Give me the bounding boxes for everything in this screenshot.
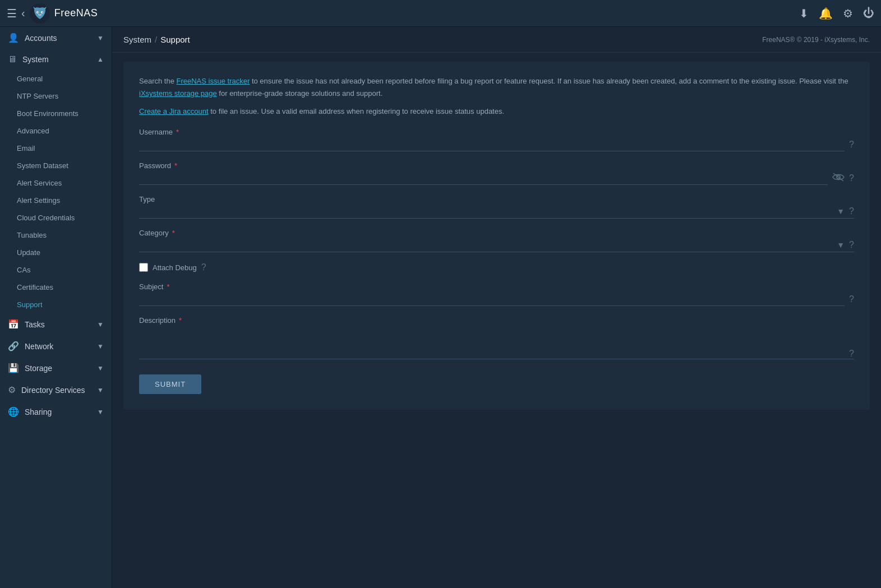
accounts-arrow-icon: ▼: [97, 34, 104, 42]
category-field-group: Category * Storage Network ▼ ?: [139, 229, 854, 252]
svg-point-4: [41, 12, 43, 13]
username-help-icon[interactable]: ?: [849, 140, 854, 150]
breadcrumb-parent[interactable]: System: [123, 35, 151, 44]
attach-debug-row: Attach Debug ?: [139, 262, 854, 272]
hamburger-icon[interactable]: ☰: [7, 7, 17, 20]
subject-input-row: ?: [139, 292, 854, 306]
content-area: System / Support FreeNAS® © 2019 - iXsys…: [112, 27, 881, 588]
sidebar-item-update[interactable]: Update: [0, 244, 112, 261]
network-icon: 🔗: [8, 341, 19, 351]
network-arrow-icon: ▼: [97, 342, 104, 350]
system-arrow-icon: ▲: [97, 55, 104, 63]
storage-icon: 💾: [8, 363, 19, 373]
subject-input[interactable]: [139, 292, 845, 306]
subject-field-group: Subject * ?: [139, 283, 854, 306]
category-dropdown-icon: ▼: [837, 240, 845, 249]
main-layout: 👤 Accounts ▼ 🖥 System ▲ General NTP Serv…: [0, 27, 881, 588]
sidebar-item-email[interactable]: Email: [0, 140, 112, 157]
back-icon[interactable]: ‹: [21, 7, 25, 20]
sidebar-item-sharing[interactable]: 🌐 Sharing ▼: [0, 401, 112, 423]
sidebar-item-storage[interactable]: 💾 Storage ▼: [0, 357, 112, 379]
sidebar-item-alert-services[interactable]: Alert Services: [0, 174, 112, 192]
description-help-icon[interactable]: ?: [849, 349, 854, 359]
description-textarea[interactable]: [139, 326, 854, 359]
description-field-group: Description * ?: [139, 316, 854, 361]
sidebar-item-advanced[interactable]: Advanced: [0, 122, 112, 140]
sidebar-tasks-label: Tasks: [25, 320, 45, 329]
sidebar-storage-label: Storage: [25, 364, 52, 373]
settings-icon[interactable]: ⚙: [843, 7, 853, 20]
attach-debug-checkbox[interactable]: [139, 263, 148, 272]
freenas-logo-icon: [30, 3, 50, 24]
sidebar-accounts-label: Accounts: [25, 34, 57, 43]
notification-icon[interactable]: 🔔: [819, 7, 833, 20]
description-label: Description *: [139, 316, 854, 325]
power-icon[interactable]: ⏻: [863, 7, 874, 20]
submit-button[interactable]: SUBMIT: [139, 374, 201, 394]
category-select[interactable]: Storage Network: [139, 238, 832, 252]
sidebar-item-system-dataset[interactable]: System Dataset: [0, 157, 112, 174]
type-dropdown-icon: ▼: [837, 207, 845, 216]
sidebar-item-support[interactable]: Support: [0, 296, 112, 313]
username-field-group: Username * ?: [139, 128, 854, 151]
category-required: *: [172, 229, 175, 237]
password-visibility-toggle-icon[interactable]: [832, 173, 845, 184]
sidebar-system-label: System: [22, 55, 49, 64]
topbar-actions: ⬇ 🔔 ⚙ ⏻: [799, 7, 874, 20]
version-info: FreeNAS® © 2019 - iXsystems, Inc.: [762, 36, 870, 44]
storage-arrow-icon: ▼: [97, 364, 104, 372]
subject-required: *: [167, 283, 169, 291]
subject-label: Subject *: [139, 283, 854, 291]
create-jira-account-link[interactable]: Create a Jira account: [139, 107, 209, 115]
sidebar-item-tunables[interactable]: Tunables: [0, 226, 112, 244]
ixsystems-storage-link[interactable]: iXsystems storage page: [139, 89, 217, 98]
freenas-issue-tracker-link[interactable]: FreeNAS issue tracker: [177, 77, 250, 85]
sidebar-item-cloud-credentials[interactable]: Cloud Credentials: [0, 209, 112, 226]
sidebar-item-network[interactable]: 🔗 Network ▼: [0, 335, 112, 357]
sidebar-item-tasks[interactable]: 📅 Tasks ▼: [0, 313, 112, 335]
sidebar-item-certificates[interactable]: Certificates: [0, 279, 112, 296]
sidebar-item-system[interactable]: 🖥 System ▲: [0, 49, 112, 70]
info-text-1: Search the FreeNAS issue tracker to ensu…: [139, 75, 854, 100]
svg-point-3: [37, 12, 38, 13]
sharing-arrow-icon: ▼: [97, 408, 104, 416]
info-text-2: Create a Jira account to file an issue. …: [139, 105, 854, 118]
sidebar-item-boot-environments[interactable]: Boot Environments: [0, 105, 112, 122]
topbar: ☰ ‹ FreeNAS ⬇ 🔔 ⚙ ⏻: [0, 0, 881, 27]
sidebar-network-label: Network: [25, 342, 53, 351]
breadcrumb: System / Support: [123, 35, 190, 44]
sidebar-item-cas[interactable]: CAs: [0, 261, 112, 279]
sidebar-item-general[interactable]: General: [0, 70, 112, 87]
username-required: *: [176, 128, 179, 136]
sidebar-directory-label: Directory Services: [21, 386, 85, 395]
logo: FreeNAS: [30, 3, 98, 24]
username-input[interactable]: [139, 137, 845, 151]
description-required: *: [179, 316, 182, 325]
tasks-arrow-icon: ▼: [97, 321, 104, 328]
password-field-group: Password * ?: [139, 161, 854, 185]
sidebar: 👤 Accounts ▼ 🖥 System ▲ General NTP Serv…: [0, 27, 112, 588]
attach-debug-help-icon[interactable]: ?: [201, 262, 206, 272]
sidebar-item-accounts[interactable]: 👤 Accounts ▼: [0, 27, 112, 49]
sidebar-item-directory-services[interactable]: ⚙ Directory Services ▼: [0, 379, 112, 401]
tasks-icon: 📅: [8, 319, 19, 330]
type-help-icon[interactable]: ?: [849, 206, 854, 216]
type-select[interactable]: Bug Feature Request: [139, 205, 832, 218]
username-label: Username *: [139, 128, 854, 136]
type-select-row: Bug Feature Request ▼ ?: [139, 205, 854, 219]
password-required: *: [174, 161, 177, 170]
subject-help-icon[interactable]: ?: [849, 294, 854, 304]
sidebar-item-ntp-servers[interactable]: NTP Servers: [0, 87, 112, 105]
accounts-icon: 👤: [8, 33, 19, 43]
category-help-icon[interactable]: ?: [849, 240, 854, 250]
logo-text: FreeNAS: [54, 7, 98, 19]
username-input-row: ?: [139, 137, 854, 151]
password-input-row: ?: [139, 171, 854, 185]
password-help-icon[interactable]: ?: [849, 173, 854, 183]
download-icon[interactable]: ⬇: [799, 7, 809, 20]
password-input[interactable]: [139, 171, 828, 185]
sidebar-item-alert-settings[interactable]: Alert Settings: [0, 192, 112, 209]
directory-icon: ⚙: [8, 385, 16, 395]
sidebar-sharing-label: Sharing: [25, 408, 52, 416]
directory-arrow-icon: ▼: [97, 386, 104, 394]
